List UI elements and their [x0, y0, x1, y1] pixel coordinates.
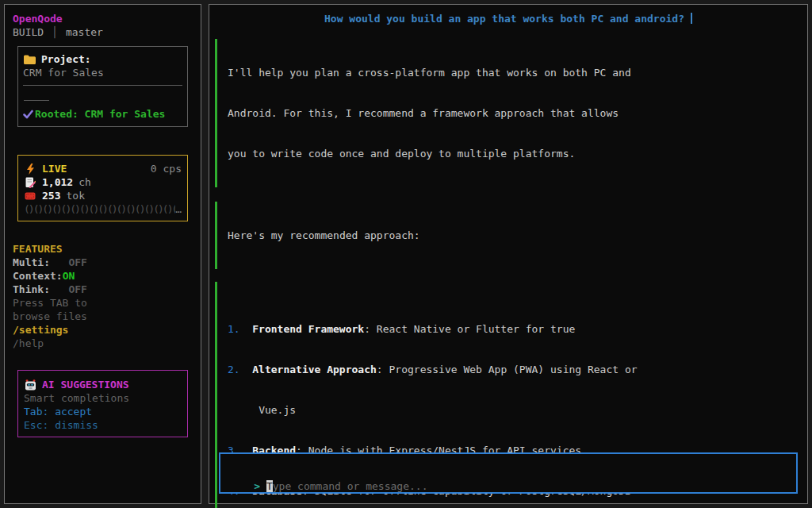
char-count-row: 1,012 ch: [24, 175, 182, 189]
branch-label: master: [66, 26, 103, 38]
context-value: ON: [63, 270, 75, 282]
settings-command[interactable]: /settings: [13, 323, 193, 337]
sidebar: OpenQode BUILD│master Project: CRM for S…: [4, 4, 201, 504]
live-status-row: LIVE 0 cps: [24, 162, 182, 175]
user-question: How would you build an app that works bo…: [209, 12, 807, 25]
prompt-symbol: >: [254, 480, 260, 492]
rooted-status: Rooted: CRM for Sales: [23, 107, 182, 121]
ticket-icon: [24, 192, 36, 200]
project-name: CRM for Sales: [23, 66, 182, 79]
list-item: 2.Alternative Approach: Progressive Web …: [228, 363, 799, 376]
char-count: 1,012: [42, 175, 73, 189]
feature-multi: Multi:OFF: [13, 256, 193, 269]
list-item-wrap: Vue.js: [228, 403, 799, 417]
ai-title-row: AI SUGGESTIONS: [24, 378, 182, 391]
live-stats-panel: LIVE 0 cps 1,012 ch 253 tok ()()()()()()…: [17, 155, 188, 221]
token-count-row: 253 tok: [24, 189, 182, 202]
message-line: I'll help you plan a cross-platform app …: [228, 66, 799, 79]
divider-short: [24, 100, 49, 101]
list-item: 1.Frontend Framework: React Native or Fl…: [228, 322, 799, 336]
tab-accept-hint: Tab: accept: [24, 405, 182, 418]
message-line: you to write code once and deploy to mul…: [228, 147, 799, 160]
chat-panel: How would you build an app that works bo…: [209, 4, 808, 504]
message-approach-heading: Here's my recommended approach:: [215, 202, 799, 269]
message-line: Here's my recommended approach:: [228, 229, 799, 242]
activity-waveform: ()()()()()()()()()()()()()()()()()()()()…: [24, 202, 182, 216]
cps-counter: 0 cps: [151, 162, 182, 175]
ai-subtitle: Smart completions: [24, 391, 182, 405]
build-label: BUILD: [13, 26, 44, 38]
project-title-row: Project:: [23, 52, 182, 66]
ai-suggestions-title: AI SUGGESTIONS: [42, 378, 129, 391]
token-unit: tok: [66, 189, 84, 202]
message-intro: I'll help you plan a cross-platform app …: [215, 39, 799, 187]
assistant-messages: I'll help you plan a cross-platform app …: [215, 39, 799, 508]
feature-context: Context:ON: [13, 269, 193, 283]
memo-icon: [24, 177, 36, 188]
esc-dismiss-hint: Esc: dismiss: [24, 418, 182, 432]
folder-icon: [23, 55, 36, 64]
waveform-ellipsis: …: [175, 202, 182, 216]
separator: │: [52, 26, 58, 38]
block-cursor: T: [266, 480, 273, 492]
build-branch-status: BUILD│master: [13, 25, 193, 39]
robot-icon: [24, 379, 36, 391]
message-line: Android. For this, I recommend a framewo…: [228, 106, 799, 120]
divider: [23, 85, 182, 86]
project-panel: Project: CRM for Sales Rooted: CRM for S…: [17, 46, 188, 127]
think-value: OFF: [68, 283, 86, 295]
features-heading: FEATURES: [13, 242, 193, 256]
token-count: 253: [42, 189, 60, 202]
features-section: FEATURES Multi:OFF Context:ON Think:OFF …: [13, 242, 193, 350]
app-title: OpenQode: [13, 12, 193, 25]
help-command[interactable]: /help: [13, 337, 193, 350]
check-icon: [23, 110, 33, 119]
feature-think: Think:OFF: [13, 283, 193, 296]
char-unit: ch: [79, 175, 91, 189]
ai-suggestions-panel: AI SUGGESTIONS Smart completions Tab: ac…: [17, 370, 188, 437]
input-placeholder: ype command or message...: [273, 480, 428, 492]
live-label: LIVE: [42, 162, 67, 175]
tab-hint-line1: Press TAB to: [13, 296, 193, 310]
project-label: Project:: [41, 52, 91, 66]
tab-hint-line2: browse files: [13, 310, 193, 323]
rooted-text: Rooted: CRM for Sales: [35, 107, 165, 121]
waveform-pattern: ()()()()()()()()()()()()()()()()()()()()…: [24, 202, 175, 216]
command-input[interactable]: > Type command or message...: [219, 452, 798, 494]
multi-value: OFF: [68, 256, 86, 268]
bolt-icon: [24, 164, 36, 175]
text-cursor: [691, 13, 692, 24]
